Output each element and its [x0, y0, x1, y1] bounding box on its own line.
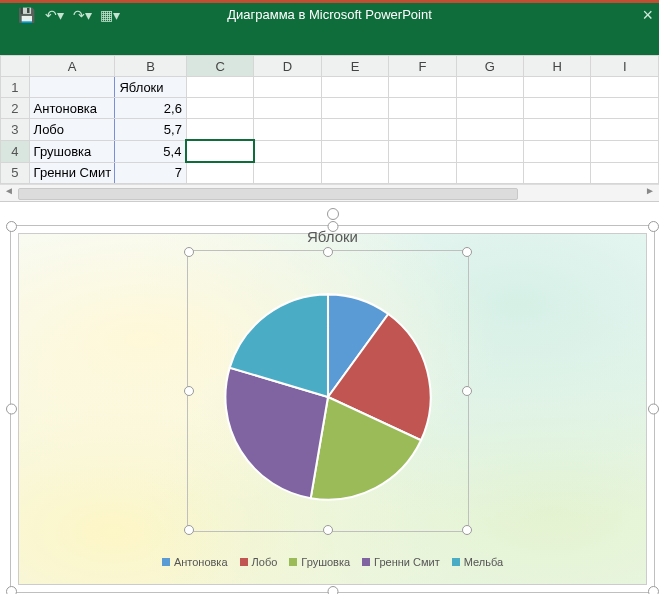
resize-handle[interactable]	[648, 221, 659, 232]
cell[interactable]	[524, 140, 591, 162]
resize-handle[interactable]	[6, 221, 17, 232]
cell[interactable]: 2,6	[115, 98, 187, 119]
cell[interactable]	[591, 98, 659, 119]
rotate-handle-icon[interactable]	[327, 208, 339, 220]
cell[interactable]	[591, 162, 659, 184]
cell[interactable]	[321, 77, 388, 98]
table-row[interactable]: 2 Антоновка 2,6	[1, 98, 659, 119]
resize-handle[interactable]	[6, 404, 17, 415]
cell[interactable]	[254, 140, 321, 162]
resize-handle[interactable]	[6, 586, 17, 594]
cell[interactable]: 7	[115, 162, 187, 184]
cell[interactable]	[389, 162, 456, 184]
cell[interactable]	[456, 119, 523, 141]
cell[interactable]	[186, 119, 253, 141]
spreadsheet[interactable]: A B C D E F G H I 1 Яблоки 2 Антоновка 2…	[0, 55, 659, 202]
cell[interactable]	[591, 140, 659, 162]
cell[interactable]	[591, 119, 659, 141]
col-header[interactable]: G	[456, 56, 523, 77]
cell[interactable]	[254, 162, 321, 184]
cell[interactable]	[321, 98, 388, 119]
resize-handle[interactable]	[184, 386, 194, 396]
resize-handle[interactable]	[184, 525, 194, 535]
cell[interactable]: Яблоки	[115, 77, 187, 98]
cell[interactable]	[524, 77, 591, 98]
cell[interactable]	[456, 140, 523, 162]
cell[interactable]: 5,7	[115, 119, 187, 141]
cell[interactable]	[186, 162, 253, 184]
legend-item[interactable]: Антоновка	[162, 556, 228, 568]
cell[interactable]	[524, 119, 591, 141]
cell[interactable]	[456, 162, 523, 184]
table-row[interactable]: 3 Лобо 5,7	[1, 119, 659, 141]
row-header[interactable]: 4	[1, 140, 30, 162]
cell[interactable]	[186, 77, 253, 98]
row-header[interactable]: 5	[1, 162, 30, 184]
cell[interactable]	[389, 119, 456, 141]
plot-area-selection[interactable]	[187, 250, 469, 532]
legend-label: Мельба	[464, 556, 503, 568]
cell[interactable]	[389, 140, 456, 162]
resize-handle[interactable]	[648, 404, 659, 415]
legend-item[interactable]: Гренни Смит	[362, 556, 440, 568]
column-headers[interactable]: A B C D E F G H I	[1, 56, 659, 77]
cell[interactable]	[389, 98, 456, 119]
col-header[interactable]: I	[591, 56, 659, 77]
chart-legend[interactable]: Антоновка Лобо Грушовка Гренни Смит Мель…	[11, 556, 654, 568]
cell[interactable]	[254, 77, 321, 98]
row-header[interactable]: 3	[1, 119, 30, 141]
table-row[interactable]: 1 Яблоки	[1, 77, 659, 98]
col-header[interactable]: E	[321, 56, 388, 77]
chart-object-selection[interactable]: Яблоки Антоновка Лобо Грушовка Гренни См…	[10, 225, 655, 593]
cell[interactable]	[524, 162, 591, 184]
legend-item[interactable]: Мельба	[452, 556, 503, 568]
resize-handle[interactable]	[462, 525, 472, 535]
resize-handle[interactable]	[327, 586, 338, 594]
legend-item[interactable]: Грушовка	[289, 556, 350, 568]
grid[interactable]: A B C D E F G H I 1 Яблоки 2 Антоновка 2…	[0, 55, 659, 184]
table-row[interactable]: 5 Гренни Смит 7	[1, 162, 659, 184]
col-header[interactable]: H	[524, 56, 591, 77]
col-header[interactable]: D	[254, 56, 321, 77]
cell[interactable]	[524, 98, 591, 119]
window-title: Диаграмма в Microsoft PowerPoint	[0, 7, 659, 22]
cell[interactable]: Грушовка	[29, 140, 115, 162]
cell[interactable]	[591, 77, 659, 98]
scroll-thumb[interactable]	[18, 188, 518, 200]
cell[interactable]	[254, 119, 321, 141]
resize-handle[interactable]	[462, 247, 472, 257]
resize-handle[interactable]	[184, 247, 194, 257]
table-row[interactable]: 4 Грушовка 5,4	[1, 140, 659, 162]
cell[interactable]: Антоновка	[29, 98, 115, 119]
resize-handle[interactable]	[327, 221, 338, 232]
cell[interactable]: Лобо	[29, 119, 115, 141]
cell[interactable]	[456, 98, 523, 119]
legend-item[interactable]: Лобо	[240, 556, 278, 568]
resize-handle[interactable]	[462, 386, 472, 396]
cell[interactable]	[389, 77, 456, 98]
cell[interactable]	[29, 77, 115, 98]
cell[interactable]: Гренни Смит	[29, 162, 115, 184]
row-header[interactable]: 2	[1, 98, 30, 119]
cell[interactable]	[254, 98, 321, 119]
resize-handle[interactable]	[648, 586, 659, 594]
slide-area: Яблоки Антоновка Лобо Грушовка Гренни См…	[10, 225, 655, 593]
col-header[interactable]: F	[389, 56, 456, 77]
col-header[interactable]: C	[186, 56, 253, 77]
cell[interactable]	[321, 140, 388, 162]
row-header[interactable]: 1	[1, 77, 30, 98]
cell[interactable]	[456, 77, 523, 98]
horizontal-scrollbar[interactable]	[0, 184, 659, 201]
cell[interactable]	[321, 119, 388, 141]
cell[interactable]	[321, 162, 388, 184]
cell[interactable]: 5,4	[115, 140, 187, 162]
col-header[interactable]: B	[115, 56, 187, 77]
close-icon[interactable]: ×	[642, 5, 653, 26]
pie-chart[interactable]	[210, 279, 446, 515]
resize-handle[interactable]	[323, 525, 333, 535]
active-cell[interactable]	[186, 140, 253, 162]
select-all-corner[interactable]	[1, 56, 30, 77]
resize-handle[interactable]	[323, 247, 333, 257]
col-header[interactable]: A	[29, 56, 115, 77]
cell[interactable]	[186, 98, 253, 119]
